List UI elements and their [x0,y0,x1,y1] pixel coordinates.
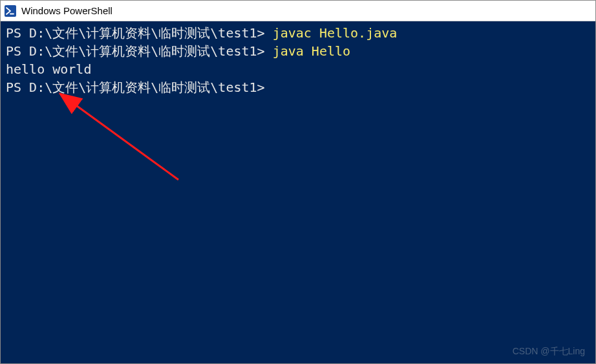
powershell-icon [5,5,16,17]
watermark-text: CSDN @千七Ling [513,345,585,358]
terminal-line: PS D:\文件\计算机资料\临时测试\test1> [6,78,590,96]
powershell-window: Windows PowerShell PS D:\文件\计算机资料\临时测试\t… [0,0,596,364]
window-title: Windows PowerShell [21,5,112,16]
terminal-line: PS D:\文件\计算机资料\临时测试\test1> java Hello [6,42,590,60]
prompt-text: PS D:\文件\计算机资料\临时测试\test1> [6,80,265,95]
prompt-text: PS D:\文件\计算机资料\临时测试\test1> [6,25,273,41]
terminal-line: hello world [6,60,590,78]
command-text: javac Hello.java [273,25,398,41]
terminal-line: PS D:\文件\计算机资料\临时测试\test1> javac Hello.j… [6,24,590,42]
command-text: java Hello [273,43,350,59]
output-text: hello world [6,61,91,77]
title-bar[interactable]: Windows PowerShell [1,1,595,21]
prompt-text: PS D:\文件\计算机资料\临时测试\test1> [6,43,273,59]
svg-line-3 [60,94,178,180]
terminal-area[interactable]: PS D:\文件\计算机资料\临时测试\test1> javac Hello.j… [1,21,595,363]
